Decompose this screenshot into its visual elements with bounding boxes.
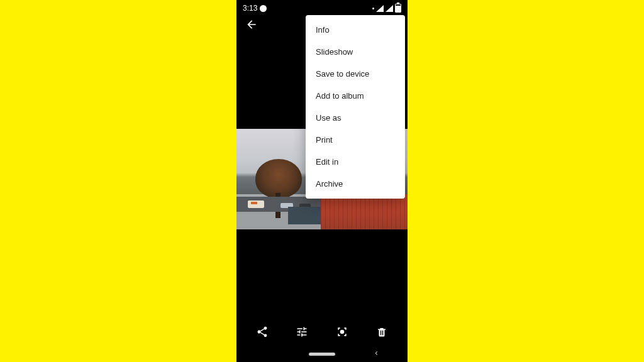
edit-button[interactable] bbox=[288, 318, 316, 346]
share-icon bbox=[256, 326, 269, 338]
notification-dot-icon bbox=[372, 8, 374, 9]
photo-vehicle bbox=[248, 200, 264, 208]
phone-frame: 3:13 In bbox=[236, 0, 408, 362]
overflow-menu: Info Slideshow Save to device Add to alb… bbox=[306, 15, 405, 199]
tune-icon bbox=[296, 326, 308, 338]
svg-point-0 bbox=[340, 330, 344, 334]
lens-button[interactable] bbox=[328, 318, 356, 346]
menu-item-use-as[interactable]: Use as bbox=[306, 107, 405, 129]
spotify-icon bbox=[260, 5, 267, 12]
signal-icon bbox=[376, 5, 384, 12]
nav-back-button[interactable] bbox=[372, 348, 380, 359]
arrow-back-icon bbox=[245, 18, 258, 31]
photo-roof bbox=[321, 194, 408, 229]
menu-item-archive[interactable]: Archive bbox=[306, 173, 405, 195]
chevron-left-icon bbox=[372, 349, 380, 357]
battery-icon bbox=[395, 4, 401, 13]
status-right bbox=[372, 4, 401, 13]
menu-item-save-to-device[interactable]: Save to device bbox=[306, 63, 405, 85]
action-bar bbox=[236, 318, 408, 346]
status-left: 3:13 bbox=[243, 4, 267, 13]
photo-tree bbox=[255, 159, 302, 198]
system-nav-bar bbox=[236, 346, 408, 362]
signal-icon-2 bbox=[386, 5, 393, 12]
menu-item-print[interactable]: Print bbox=[306, 129, 405, 151]
back-button[interactable] bbox=[243, 16, 260, 36]
home-pill[interactable] bbox=[309, 353, 335, 356]
status-time: 3:13 bbox=[243, 4, 257, 13]
share-button[interactable] bbox=[248, 318, 276, 346]
menu-item-edit-in[interactable]: Edit in bbox=[306, 151, 405, 173]
status-bar: 3:13 bbox=[236, 0, 408, 15]
lens-icon bbox=[336, 326, 348, 338]
delete-button[interactable] bbox=[368, 318, 396, 346]
menu-item-slideshow[interactable]: Slideshow bbox=[306, 41, 405, 63]
trash-icon bbox=[376, 326, 387, 338]
menu-item-add-to-album[interactable]: Add to album bbox=[306, 85, 405, 107]
menu-item-info[interactable]: Info bbox=[306, 19, 405, 41]
